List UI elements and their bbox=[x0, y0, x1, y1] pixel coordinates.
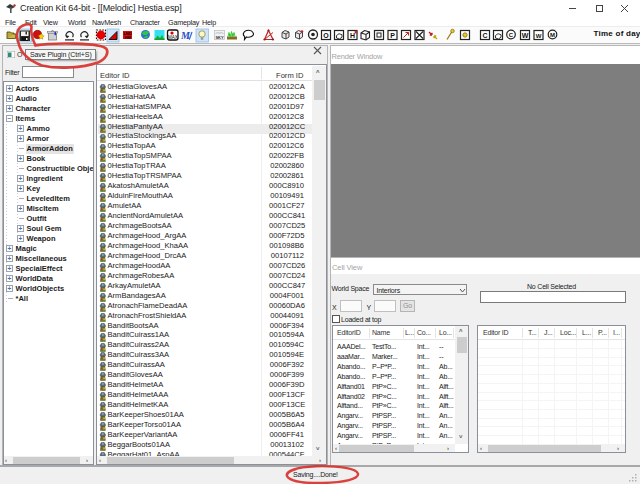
svg-text:M: M bbox=[550, 32, 555, 38]
svg-text:SKY: SKY bbox=[215, 35, 224, 40]
svg-text:MAX: MAX bbox=[168, 35, 178, 40]
svg-text:HM: HM bbox=[124, 35, 131, 40]
svg-text:O: O bbox=[323, 32, 329, 39]
svg-text:C: C bbox=[509, 32, 514, 38]
svg-text:W: W bbox=[522, 32, 529, 39]
svg-text:P: P bbox=[390, 32, 395, 39]
svg-text:W: W bbox=[536, 33, 542, 39]
svg-text:C: C bbox=[482, 32, 487, 39]
svg-text:H: H bbox=[350, 32, 355, 39]
